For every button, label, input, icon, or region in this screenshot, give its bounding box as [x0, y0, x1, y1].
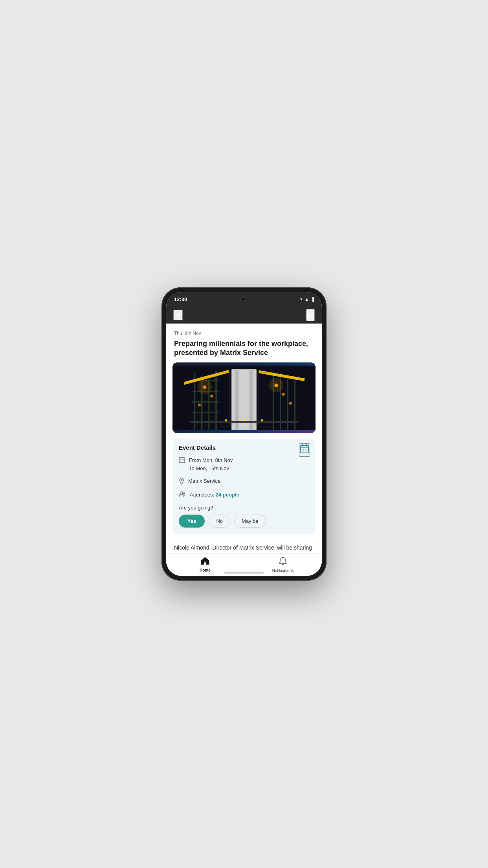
home-indicator [224, 572, 264, 574]
signal-icon: ▲ [305, 297, 309, 302]
phone-screen: 12:30 ▾ ▲ ▐ ← Thu, 9th Nov Preparing mil… [166, 292, 322, 576]
svg-point-44 [183, 492, 185, 494]
nav-notifications[interactable]: Notifications [244, 557, 322, 573]
attendees-prefix: Attendees: [190, 492, 216, 498]
svg-point-27 [225, 419, 227, 421]
svg-point-42 [181, 480, 182, 481]
svg-point-43 [180, 492, 183, 494]
event-location: Matrix Service [188, 477, 220, 485]
article-header: Thu, 9th Nov Preparing millennials for t… [166, 324, 322, 362]
status-icons: ▾ ▲ ▐ [300, 297, 314, 302]
notifications-icon [279, 557, 287, 567]
svg-rect-8 [192, 412, 219, 413]
rsvp-question: Are you going? [179, 505, 309, 511]
event-attendees-row: Attendees: 24 people [179, 491, 309, 499]
attendees-count[interactable]: 24 people [216, 492, 239, 498]
svg-rect-32 [301, 445, 308, 453]
svg-point-29 [261, 419, 263, 421]
home-label: Home [200, 568, 211, 572]
maybe-button[interactable]: May be [234, 515, 266, 528]
svg-point-20 [198, 403, 201, 406]
camera-cutout [242, 297, 246, 301]
battery-icon: ▐ [311, 297, 314, 302]
event-dates: From Mon, 8th Nov To Mon, 15th Nov [189, 456, 233, 473]
location-icon [179, 478, 184, 486]
top-nav: ← [166, 306, 322, 324]
event-date-row: From Mon, 8th Nov To Mon, 15th Nov [179, 456, 309, 473]
event-location-row: Matrix Service [179, 477, 309, 486]
svg-rect-14 [235, 369, 238, 430]
svg-rect-36 [303, 449, 304, 451]
svg-point-22 [282, 393, 284, 395]
content-area: Thu, 9th Nov Preparing millennials for t… [166, 324, 322, 553]
article-image [172, 362, 316, 433]
add-to-calendar-button[interactable] [299, 443, 310, 457]
attendees-icon [179, 491, 186, 498]
svg-rect-7 [192, 401, 219, 403]
home-icon [201, 557, 209, 567]
svg-rect-38 [179, 458, 185, 463]
bookmark-button[interactable] [306, 309, 315, 321]
back-button[interactable]: ← [173, 310, 183, 320]
event-from: From Mon, 8th Nov [189, 456, 233, 465]
event-details-title: Event Details [179, 444, 309, 451]
status-bar: 12:30 ▾ ▲ ▐ [166, 292, 322, 306]
svg-point-19 [210, 395, 213, 397]
svg-point-28 [243, 419, 245, 421]
rsvp-section: Are you going? Yes No May be [179, 505, 309, 528]
event-attendees: Attendees: 24 people [190, 491, 239, 499]
no-button[interactable]: No [209, 515, 230, 528]
article-description: Nicole Almond, Director of Matrix Servic… [166, 539, 322, 553]
event-to: To Mon, 15th Nov [189, 465, 233, 473]
article-title: Preparing millennials for the workplace,… [174, 339, 314, 358]
yes-button[interactable]: Yes [179, 515, 205, 528]
svg-point-23 [289, 402, 292, 405]
svg-rect-37 [305, 449, 306, 451]
status-time: 12:30 [174, 296, 187, 302]
nav-home[interactable]: Home [166, 557, 244, 572]
phone-shell: 12:30 ▾ ▲ ▐ ← Thu, 9th Nov Preparing mil… [161, 287, 327, 581]
notifications-label: Notifications [272, 568, 294, 573]
wifi-icon: ▾ [300, 297, 303, 302]
rsvp-buttons: Yes No May be [179, 515, 309, 528]
calendar-icon [179, 457, 185, 465]
svg-rect-15 [250, 369, 253, 430]
article-date: Thu, 9th Nov [174, 331, 314, 336]
event-details-card: Event Details [172, 439, 316, 534]
